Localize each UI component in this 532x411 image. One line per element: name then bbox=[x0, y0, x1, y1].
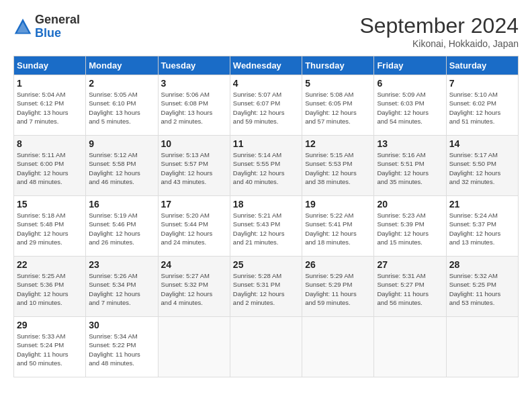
table-row bbox=[230, 317, 302, 377]
calendar-row: 8Sunrise: 5:11 AM Sunset: 6:00 PM Daylig… bbox=[14, 136, 519, 196]
day-info: Sunrise: 5:29 AM Sunset: 5:29 PM Dayligh… bbox=[305, 271, 371, 307]
day-info: Sunrise: 5:32 AM Sunset: 5:25 PM Dayligh… bbox=[449, 271, 515, 307]
day-number: 26 bbox=[305, 259, 371, 270]
table-row: 20Sunrise: 5:23 AM Sunset: 5:39 PM Dayli… bbox=[374, 196, 446, 257]
day-info: Sunrise: 5:22 AM Sunset: 5:41 PM Dayligh… bbox=[305, 211, 371, 246]
table-row: 25Sunrise: 5:28 AM Sunset: 5:31 PM Dayli… bbox=[230, 257, 302, 317]
day-number: 7 bbox=[449, 78, 515, 89]
day-number: 17 bbox=[161, 199, 227, 210]
table-row: 17Sunrise: 5:20 AM Sunset: 5:44 PM Dayli… bbox=[158, 196, 230, 257]
day-info: Sunrise: 5:26 AM Sunset: 5:34 PM Dayligh… bbox=[89, 271, 154, 307]
day-info: Sunrise: 5:08 AM Sunset: 6:05 PM Dayligh… bbox=[305, 90, 371, 126]
day-info: Sunrise: 5:23 AM Sunset: 5:39 PM Dayligh… bbox=[377, 211, 443, 246]
day-number: 1 bbox=[17, 78, 83, 89]
day-info: Sunrise: 5:20 AM Sunset: 5:44 PM Dayligh… bbox=[161, 211, 227, 246]
day-number: 8 bbox=[17, 138, 83, 149]
day-number: 14 bbox=[449, 138, 515, 149]
table-row: 30Sunrise: 5:34 AM Sunset: 5:22 PM Dayli… bbox=[86, 317, 158, 377]
col-wednesday: Wednesday bbox=[230, 56, 302, 75]
day-info: Sunrise: 5:14 AM Sunset: 5:55 PM Dayligh… bbox=[233, 150, 299, 186]
day-number: 15 bbox=[17, 199, 83, 210]
calendar-row: 29Sunrise: 5:33 AM Sunset: 5:24 PM Dayli… bbox=[14, 317, 519, 377]
logo: General Blue bbox=[13, 13, 80, 40]
day-number: 18 bbox=[233, 199, 299, 210]
day-info: Sunrise: 5:10 AM Sunset: 6:02 PM Dayligh… bbox=[449, 90, 515, 126]
day-info: Sunrise: 5:31 AM Sunset: 5:27 PM Dayligh… bbox=[377, 271, 443, 307]
table-row bbox=[374, 317, 446, 377]
table-row: 6Sunrise: 5:09 AM Sunset: 6:03 PM Daylig… bbox=[374, 75, 446, 136]
month-title: September 2024 bbox=[359, 13, 519, 38]
logo-general: General bbox=[35, 13, 80, 26]
day-info: Sunrise: 5:06 AM Sunset: 6:08 PM Dayligh… bbox=[161, 90, 227, 126]
table-row: 11Sunrise: 5:14 AM Sunset: 5:55 PM Dayli… bbox=[230, 136, 302, 196]
day-info: Sunrise: 5:04 AM Sunset: 6:12 PM Dayligh… bbox=[17, 90, 83, 126]
day-number: 16 bbox=[89, 199, 154, 210]
table-row: 9Sunrise: 5:12 AM Sunset: 5:58 PM Daylig… bbox=[86, 136, 158, 196]
logo-icon bbox=[13, 17, 32, 36]
day-info: Sunrise: 5:09 AM Sunset: 6:03 PM Dayligh… bbox=[377, 90, 443, 126]
day-number: 5 bbox=[305, 78, 371, 89]
day-number: 13 bbox=[377, 138, 443, 149]
day-number: 3 bbox=[161, 78, 227, 89]
table-row: 23Sunrise: 5:26 AM Sunset: 5:34 PM Dayli… bbox=[86, 257, 158, 317]
table-row: 1Sunrise: 5:04 AM Sunset: 6:12 PM Daylig… bbox=[14, 75, 86, 136]
day-number: 21 bbox=[449, 199, 515, 210]
day-number: 29 bbox=[17, 320, 83, 330]
day-info: Sunrise: 5:25 AM Sunset: 5:36 PM Dayligh… bbox=[17, 271, 83, 307]
location-subtitle: Kikonai, Hokkaido, Japan bbox=[359, 38, 519, 49]
logo-blue: Blue bbox=[35, 26, 61, 40]
day-number: 6 bbox=[377, 78, 443, 89]
table-row: 12Sunrise: 5:15 AM Sunset: 5:53 PM Dayli… bbox=[302, 136, 374, 196]
table-row: 13Sunrise: 5:16 AM Sunset: 5:51 PM Dayli… bbox=[374, 136, 446, 196]
table-row: 5Sunrise: 5:08 AM Sunset: 6:05 PM Daylig… bbox=[302, 75, 374, 136]
day-number: 25 bbox=[233, 259, 299, 270]
table-row: 8Sunrise: 5:11 AM Sunset: 6:00 PM Daylig… bbox=[14, 136, 86, 196]
table-row: 18Sunrise: 5:21 AM Sunset: 5:43 PM Dayli… bbox=[230, 196, 302, 257]
day-number: 28 bbox=[449, 259, 515, 270]
day-info: Sunrise: 5:28 AM Sunset: 5:31 PM Dayligh… bbox=[233, 271, 299, 307]
table-row: 2Sunrise: 5:05 AM Sunset: 6:10 PM Daylig… bbox=[86, 75, 158, 136]
day-info: Sunrise: 5:11 AM Sunset: 6:00 PM Dayligh… bbox=[17, 150, 83, 186]
calendar-row: 1Sunrise: 5:04 AM Sunset: 6:12 PM Daylig… bbox=[14, 75, 519, 136]
day-number: 12 bbox=[305, 138, 371, 149]
table-row: 27Sunrise: 5:31 AM Sunset: 5:27 PM Dayli… bbox=[374, 257, 446, 317]
col-friday: Friday bbox=[374, 56, 446, 75]
day-info: Sunrise: 5:18 AM Sunset: 5:48 PM Dayligh… bbox=[17, 211, 83, 246]
day-info: Sunrise: 5:13 AM Sunset: 5:57 PM Dayligh… bbox=[161, 150, 227, 186]
logo-text: General Blue bbox=[35, 13, 80, 40]
header-row: Sunday Monday Tuesday Wednesday Thursday… bbox=[14, 56, 519, 75]
table-row: 24Sunrise: 5:27 AM Sunset: 5:32 PM Dayli… bbox=[158, 257, 230, 317]
col-thursday: Thursday bbox=[302, 56, 374, 75]
day-info: Sunrise: 5:19 AM Sunset: 5:46 PM Dayligh… bbox=[89, 211, 154, 246]
table-row: 4Sunrise: 5:07 AM Sunset: 6:07 PM Daylig… bbox=[230, 75, 302, 136]
col-sunday: Sunday bbox=[14, 56, 86, 75]
table-row: 22Sunrise: 5:25 AM Sunset: 5:36 PM Dayli… bbox=[14, 257, 86, 317]
day-number: 22 bbox=[17, 259, 83, 270]
day-info: Sunrise: 5:05 AM Sunset: 6:10 PM Dayligh… bbox=[89, 90, 154, 126]
table-row: 14Sunrise: 5:17 AM Sunset: 5:50 PM Dayli… bbox=[446, 136, 518, 196]
page-header: General Blue September 2024 Kikonai, Hok… bbox=[13, 13, 519, 49]
col-saturday: Saturday bbox=[446, 56, 518, 75]
day-info: Sunrise: 5:15 AM Sunset: 5:53 PM Dayligh… bbox=[305, 150, 371, 186]
day-info: Sunrise: 5:12 AM Sunset: 5:58 PM Dayligh… bbox=[89, 150, 154, 186]
day-number: 24 bbox=[161, 259, 227, 270]
calendar-row: 22Sunrise: 5:25 AM Sunset: 5:36 PM Dayli… bbox=[14, 257, 519, 317]
col-monday: Monday bbox=[86, 56, 158, 75]
table-row: 15Sunrise: 5:18 AM Sunset: 5:48 PM Dayli… bbox=[14, 196, 86, 257]
day-number: 11 bbox=[233, 138, 299, 149]
calendar-row: 15Sunrise: 5:18 AM Sunset: 5:48 PM Dayli… bbox=[14, 196, 519, 257]
table-row: 21Sunrise: 5:24 AM Sunset: 5:37 PM Dayli… bbox=[446, 196, 518, 257]
table-row bbox=[302, 317, 374, 377]
col-tuesday: Tuesday bbox=[158, 56, 230, 75]
day-info: Sunrise: 5:34 AM Sunset: 5:22 PM Dayligh… bbox=[89, 332, 154, 367]
day-number: 10 bbox=[161, 138, 227, 149]
day-number: 20 bbox=[377, 199, 443, 210]
day-number: 19 bbox=[305, 199, 371, 210]
table-row bbox=[446, 317, 518, 377]
table-row bbox=[158, 317, 230, 377]
day-info: Sunrise: 5:17 AM Sunset: 5:50 PM Dayligh… bbox=[449, 150, 515, 186]
table-row: 29Sunrise: 5:33 AM Sunset: 5:24 PM Dayli… bbox=[14, 317, 86, 377]
day-number: 27 bbox=[377, 259, 443, 270]
calendar-table: Sunday Monday Tuesday Wednesday Thursday… bbox=[13, 56, 519, 377]
day-number: 2 bbox=[89, 78, 154, 89]
